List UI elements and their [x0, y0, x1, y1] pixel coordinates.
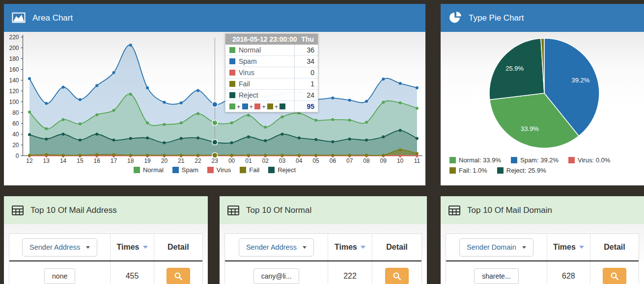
table-icon	[448, 206, 460, 215]
svg-text:01: 01	[245, 157, 252, 164]
svg-text:22: 22	[195, 157, 201, 164]
tooltip-row: Reject24	[225, 90, 318, 101]
legend-item[interactable]: Virus	[207, 166, 231, 174]
svg-text:06: 06	[330, 157, 336, 164]
area-chart-svg[interactable]: 0204060801001201401601802002201213141516…	[4, 32, 425, 165]
times-value: 455	[126, 272, 139, 281]
svg-text:08: 08	[363, 157, 370, 164]
pie-slice-label: 33.9%	[521, 125, 539, 132]
svg-text:140: 140	[9, 77, 19, 84]
legend-item[interactable]: Fail: 1.0%	[449, 167, 487, 174]
table-icon	[12, 206, 24, 215]
table-header-row: Sender Address Times Detail	[225, 234, 421, 261]
legend-swatch	[134, 167, 140, 173]
sender-type-dropdown[interactable]: Sender Address	[22, 238, 97, 257]
panel-title: Area Chart	[32, 13, 73, 23]
legend-swatch	[172, 167, 179, 173]
dropdown-label: Sender Address	[246, 243, 297, 251]
top10-normal-panel: Top 10 Of Normal Sender Address Times	[220, 196, 427, 284]
svg-text:200: 200	[9, 45, 19, 52]
pie-chart-panel: Type Pie Chart 39.2%33.9%25.9% Normal: 3…	[441, 4, 644, 185]
address-value-button[interactable]: sharete...	[474, 268, 518, 284]
hover-dot-normal	[212, 120, 218, 126]
table-row: none 455	[9, 261, 202, 284]
dropdown-label: Sender Domain	[467, 243, 516, 251]
svg-text:100: 100	[9, 99, 19, 105]
svg-text:20: 20	[12, 142, 19, 149]
legend-swatch	[268, 167, 275, 173]
svg-text:180: 180	[9, 55, 19, 62]
svg-text:160: 160	[9, 66, 19, 73]
svg-text:00: 00	[228, 157, 235, 164]
svg-text:20: 20	[161, 157, 168, 164]
table-icon	[227, 206, 239, 215]
legend-item[interactable]: Normal: 33.9%	[449, 156, 501, 164]
pie-chart-svg[interactable]: 39.2%33.9%25.9%	[441, 32, 644, 155]
times-column-header[interactable]: Times	[328, 234, 372, 260]
svg-text:21: 21	[178, 157, 185, 164]
svg-text:23: 23	[212, 157, 219, 164]
sender-type-dropdown[interactable]: Sender Domain	[459, 238, 533, 257]
panel-title: Top 10 Of Mail Domain	[467, 206, 552, 215]
svg-text:17: 17	[111, 157, 117, 164]
hover-dot-reject	[212, 140, 218, 145]
tooltip-row: Spam34	[225, 56, 318, 67]
times-value: 222	[343, 272, 357, 281]
svg-text:40: 40	[12, 131, 19, 138]
svg-text:02: 02	[262, 157, 269, 164]
detail-search-button[interactable]	[385, 268, 409, 284]
svg-text:13: 13	[43, 157, 50, 164]
panel-title: Top 10 Of Mail Address	[30, 206, 117, 215]
sort-desc-icon	[361, 246, 365, 249]
detail-search-button[interactable]	[603, 268, 626, 284]
detail-search-button[interactable]	[167, 268, 190, 284]
svg-text:220: 220	[9, 34, 19, 41]
svg-text:80: 80	[12, 109, 19, 116]
tooltip-rows: Normal36Spam34Virus0Fail1Reject24++++95	[225, 45, 318, 112]
legend-item[interactable]: Virus: 0.0%	[568, 156, 610, 164]
search-icon	[174, 272, 183, 281]
address-value-button[interactable]: none	[44, 268, 75, 284]
svg-text:04: 04	[296, 157, 303, 164]
legend-item[interactable]: Reject	[268, 166, 296, 174]
legend-item[interactable]: Spam: 39.2%	[511, 156, 559, 164]
detail-column-header: Detail	[154, 234, 202, 260]
legend-item[interactable]: Fail	[240, 166, 259, 174]
svg-text:07: 07	[346, 157, 353, 164]
area-x-ticks: 1213141516171819202122230001020304050607…	[26, 157, 420, 164]
area-y-ticks: 020406080100120140160180200220	[9, 34, 19, 159]
pie-chart-panel-header: Type Pie Chart	[441, 4, 644, 32]
search-icon	[392, 272, 401, 281]
detail-column-header: Detail	[590, 234, 639, 260]
tooltip-row: Fail1	[225, 78, 318, 90]
detail-column-header: Detail	[372, 234, 421, 260]
times-value: 628	[562, 272, 575, 281]
tooltip-row: Virus0	[225, 67, 318, 78]
address-value-button[interactable]: cany@li...	[253, 268, 300, 284]
table-header-row: Sender Address Times Detail	[9, 234, 202, 261]
svg-text:0: 0	[16, 153, 19, 159]
pie-slice-label: 39.2%	[571, 77, 589, 84]
top10-mail-address-panel: Top 10 Of Mail Address Sender Address Ti…	[4, 196, 208, 284]
times-column-header[interactable]: Times	[111, 234, 154, 260]
svg-text:10: 10	[397, 157, 404, 164]
svg-text:120: 120	[9, 88, 19, 95]
hover-dot-fail	[212, 153, 218, 158]
svg-text:16: 16	[94, 157, 101, 164]
pie-slice-label: 25.9%	[505, 65, 524, 72]
legend-item[interactable]: Spam	[172, 166, 198, 174]
svg-text:60: 60	[12, 120, 19, 127]
legend-item[interactable]: Reject: 25.9%	[497, 167, 546, 174]
times-column-header[interactable]: Times	[547, 234, 590, 260]
sender-type-dropdown[interactable]: Sender Address	[239, 238, 314, 257]
table-header-row: Sender Domain Times Detail	[446, 234, 639, 261]
legend-swatch	[207, 167, 214, 173]
area-chart-body: 0204060801001201401601802002201213141516…	[4, 32, 425, 185]
chevron-down-icon	[303, 246, 307, 249]
sort-desc-icon	[579, 246, 584, 249]
legend-item[interactable]: Normal	[134, 166, 164, 174]
sort-desc-icon	[143, 246, 148, 249]
tooltip-datetime: 2016-05-12 23:00:00	[232, 35, 297, 43]
area-chart-icon	[12, 12, 26, 24]
legend-swatch	[240, 167, 246, 173]
